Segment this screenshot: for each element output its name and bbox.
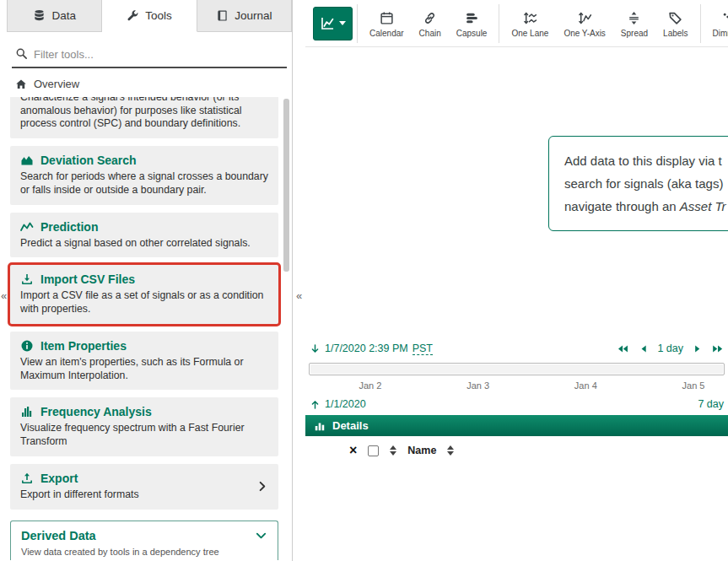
investigate-start[interactable]: 1/7/2020 2:39 PM PST [310, 343, 433, 355]
trend-chart-icon [320, 15, 336, 31]
scrollbar-thumb[interactable] [283, 99, 289, 272]
tool-description: Search for periods where a signal crosse… [20, 170, 268, 197]
tool-list-scrollbar [283, 99, 289, 554]
tool-name: Export [40, 472, 78, 485]
time-steppers: 1 day [617, 343, 724, 354]
step-back-fast-button[interactable] [617, 344, 628, 353]
spread-button[interactable]: Spread [613, 2, 655, 46]
calendar-button[interactable]: Calendar [362, 2, 412, 46]
toolbar-separator [700, 4, 701, 43]
sidebar-collapse-gutter: « [292, 0, 305, 561]
time-tick: Jan 4 [574, 380, 597, 391]
investigate-row: 1/7/2020 2:39 PM PST 1 day [310, 337, 724, 359]
prediction-icon [20, 220, 34, 234]
deviation-search-icon [20, 154, 34, 167]
asset-tree-em: Asset Tr [680, 199, 726, 213]
dimming-icon [722, 11, 728, 25]
tab-data[interactable]: Data [7, 0, 102, 32]
step-back-button[interactable] [640, 344, 647, 353]
chevron-right-icon [256, 480, 268, 493]
one-y-axis-button[interactable]: One Y-Axis [556, 2, 612, 46]
tool-card-frequency-analysis[interactable]: Frequency Analysis Visualize frequency s… [10, 397, 278, 456]
tool-search [12, 43, 287, 68]
capsule-button[interactable]: Capsule [449, 2, 495, 46]
spread-icon [627, 11, 641, 25]
time-range-handle[interactable] [310, 364, 723, 374]
one-y-axis-icon [578, 11, 592, 25]
chain-label: Chain [419, 29, 441, 38]
journal-icon [216, 9, 229, 22]
home-icon [15, 78, 27, 90]
dimming-label: Dimming [713, 29, 728, 38]
derived-data-section: Derived Data View data created by tools … [10, 521, 278, 560]
one-lane-icon [523, 11, 537, 25]
overview-link[interactable]: Overview [7, 68, 292, 98]
capsule-label: Capsule [456, 29, 488, 38]
remove-all-icon[interactable]: × [349, 444, 357, 457]
tool-name: Frequency Analysis [40, 405, 152, 418]
display-toolbar: Calendar Chain Capsule One Lane [305, 0, 728, 47]
toolbar-separator [357, 4, 358, 43]
dimming-button[interactable]: Dimming [705, 2, 728, 46]
one-y-axis-label: One Y-Axis [564, 29, 605, 38]
main-panel: Calendar Chain Capsule One Lane [305, 0, 728, 561]
tab-journal-label: Journal [235, 9, 272, 22]
database-icon [33, 9, 46, 22]
sort-icon[interactable] [447, 445, 454, 456]
display-mode-dropdown[interactable] [313, 7, 353, 40]
step-size-label[interactable]: 1 day [657, 343, 683, 354]
import-csv-icon [20, 272, 34, 286]
time-tick: Jan 3 [466, 380, 489, 391]
tool-card-deviation-search[interactable]: Deviation Search Search for periods wher… [10, 146, 278, 204]
bar-chart-icon [314, 420, 326, 432]
sidebar-tabbar: Data Tools Journal [7, 0, 292, 32]
search-icon [15, 47, 28, 60]
details-title: Details [332, 419, 369, 432]
chain-button[interactable]: Chain [412, 2, 449, 46]
time-tick: Jan 5 [682, 380, 705, 391]
timezone-label[interactable]: PST [413, 343, 433, 355]
step-forward-button[interactable] [694, 344, 701, 353]
export-icon [20, 472, 34, 485]
left-panel-gutter: « [0, 0, 7, 561]
trend-display-area: Add data to this display via t search fo… [305, 48, 728, 337]
details-panel-header[interactable]: Details [305, 415, 728, 436]
tool-description: View an item's properties, such as its F… [20, 356, 268, 382]
derived-data-toggle[interactable]: Derived Data [21, 529, 267, 542]
one-lane-button[interactable]: One Lane [504, 2, 556, 46]
tool-card[interactable]: Characterize a signal's intended behavio… [10, 97, 278, 138]
tool-name: Import CSV Files [40, 272, 135, 286]
arrow-down-icon [310, 343, 321, 354]
display-range-start[interactable]: 1/1/2020 [325, 398, 366, 410]
tool-description: Import a CSV file as a set of signals or… [20, 289, 268, 316]
select-all-checkbox[interactable] [368, 445, 379, 456]
arrow-up-icon [310, 399, 321, 410]
tool-description: Export in different formats [20, 488, 256, 502]
calendar-icon [380, 11, 394, 25]
tab-tools[interactable]: Tools [102, 0, 197, 32]
overview-label: Overview [34, 78, 79, 90]
chain-icon [423, 11, 437, 25]
help-line: Add data to this display via t [564, 149, 728, 172]
tab-data-label: Data [51, 9, 76, 22]
chevron-down-icon [255, 529, 267, 542]
labels-button[interactable]: Labels [655, 2, 695, 46]
tool-name: Item Properties [40, 339, 127, 353]
step-forward-fast-button[interactable] [712, 344, 724, 353]
one-lane-label: One Lane [511, 29, 548, 38]
filter-tools-input[interactable] [12, 43, 287, 68]
tool-card-prediction[interactable]: Prediction Predict a signal based on oth… [10, 213, 278, 258]
tool-description: Predict a signal based on other correlat… [20, 237, 268, 251]
add-data-help-box: Add data to this display via t search fo… [548, 136, 728, 231]
sort-icon[interactable] [390, 445, 396, 456]
tool-card-import-csv[interactable]: Import CSV Files Import a CSV file as a … [10, 265, 278, 323]
tool-card-item-properties[interactable]: Item Properties View an item's propertie… [10, 332, 278, 390]
collapse-left-icon[interactable]: « [1, 290, 7, 301]
tab-journal[interactable]: Journal [197, 0, 292, 32]
tool-card-export[interactable]: Export Export in different formats [10, 464, 278, 510]
tool-name: Deviation Search [40, 154, 137, 167]
display-range-duration[interactable]: 7 day [698, 398, 724, 410]
collapse-sidebar-icon[interactable]: « [296, 290, 302, 301]
time-range-scrollbar[interactable] [309, 363, 725, 375]
labels-label: Labels [663, 29, 688, 38]
